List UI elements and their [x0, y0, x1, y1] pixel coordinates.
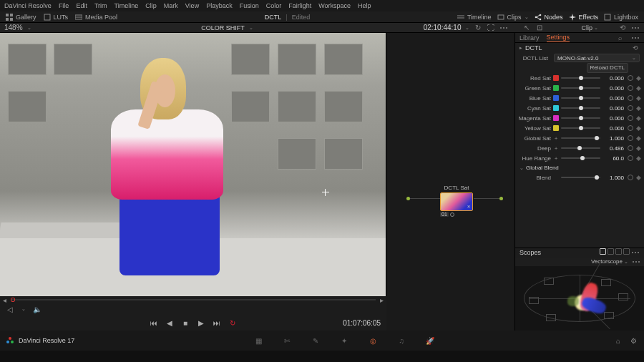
- reload-dctl-button[interactable]: Reload DCTL: [587, 63, 628, 73]
- page-deliver-icon[interactable]: 🚀: [425, 336, 435, 346]
- node-close-icon[interactable]: ×: [466, 204, 472, 210]
- param-slider[interactable]: [561, 174, 600, 181]
- param-value[interactable]: 0.486: [602, 145, 624, 152]
- menu-item[interactable]: Edit: [76, 2, 87, 9]
- param-value[interactable]: 0.000: [602, 115, 624, 122]
- param-value[interactable]: 1.000: [602, 135, 624, 142]
- stop-icon[interactable]: ■: [181, 318, 190, 327]
- scope-layout-1[interactable]: [600, 248, 606, 255]
- menu-item[interactable]: Fairlight: [288, 2, 311, 9]
- master-timecode[interactable]: 02:10:44:10: [424, 24, 462, 31]
- expand-icon[interactable]: ⛶: [487, 24, 495, 32]
- param-value[interactable]: 0.000: [602, 75, 624, 82]
- effect-reset-icon[interactable]: ⟲: [631, 44, 640, 52]
- param-reset-icon[interactable]: [628, 155, 633, 161]
- app-home-button[interactable]: DaVinci Resolve 17: [6, 336, 74, 345]
- menu-item[interactable]: Trim: [94, 2, 107, 9]
- param-slider[interactable]: [561, 134, 600, 142]
- timeline-toggle[interactable]: Timeline: [457, 14, 492, 21]
- prev-clip-icon[interactable]: ⏮: [150, 318, 158, 327]
- inspector-options-icon[interactable]: [631, 34, 640, 42]
- gallery-toggle[interactable]: Gallery: [6, 14, 36, 21]
- menu-item[interactable]: Playback: [206, 2, 233, 9]
- param-slider[interactable]: [561, 114, 600, 122]
- param-reset-icon[interactable]: [628, 95, 633, 101]
- param-value[interactable]: 0.000: [602, 125, 624, 132]
- effects-toggle[interactable]: Effects: [569, 14, 598, 21]
- lightbox-toggle[interactable]: Lightbox: [604, 14, 638, 21]
- param-value[interactable]: 1.000: [602, 175, 624, 181]
- keyframe-icon[interactable]: ◆: [636, 84, 641, 92]
- keyframe-icon[interactable]: ◆: [636, 114, 641, 122]
- pan-tool-icon[interactable]: ⊡: [535, 24, 544, 32]
- loop-icon[interactable]: ↻: [228, 318, 237, 327]
- menu-item[interactable]: Help: [358, 2, 371, 9]
- tab-library[interactable]: Library: [519, 34, 540, 42]
- speaker-icon[interactable]: 🔈: [33, 305, 42, 313]
- viewer-mode[interactable]: COLOR SHIFT: [201, 24, 245, 31]
- param-value[interactable]: 0.000: [602, 105, 624, 112]
- menu-item[interactable]: File: [59, 2, 69, 9]
- tab-settings[interactable]: Settings: [547, 34, 570, 42]
- refresh-icon[interactable]: ↻: [474, 24, 482, 32]
- menu-item[interactable]: Clip: [145, 2, 157, 9]
- viewer-canvas[interactable]: [0, 33, 386, 296]
- param-value[interactable]: 0.000: [602, 85, 624, 92]
- options-icon[interactable]: [499, 24, 508, 32]
- param-reset-icon[interactable]: [628, 145, 633, 151]
- param-slider[interactable]: [561, 84, 600, 92]
- param-reset-icon[interactable]: [628, 125, 633, 131]
- color-node[interactable]: DCTL Sat × 01: [440, 185, 473, 217]
- page-media-icon[interactable]: ▦: [253, 336, 263, 346]
- param-slider[interactable]: [561, 124, 600, 132]
- keyframe-icon[interactable]: ◆: [636, 134, 641, 142]
- scopes-options-icon[interactable]: [631, 248, 640, 257]
- param-value[interactable]: 0.000: [602, 95, 624, 102]
- step-back-icon[interactable]: ◀: [165, 318, 174, 327]
- collapse-icon[interactable]: ▸: [519, 45, 522, 51]
- zoom-level[interactable]: 148%: [4, 24, 23, 31]
- menu-item[interactable]: Timeline: [114, 2, 139, 9]
- vectorscope[interactable]: [515, 266, 644, 331]
- home-icon[interactable]: ⌂: [614, 336, 623, 345]
- keyframe-icon[interactable]: ◆: [636, 74, 641, 82]
- search-icon[interactable]: ⌕: [615, 34, 624, 42]
- menu-item[interactable]: Mark: [164, 2, 178, 9]
- scope-layout-4[interactable]: [623, 248, 630, 255]
- scrub-bar[interactable]: ◂ ▸: [0, 296, 386, 303]
- param-reset-icon[interactable]: [628, 85, 633, 91]
- param-value[interactable]: 60.0: [602, 155, 624, 162]
- keyframe-icon[interactable]: ◆: [636, 104, 641, 112]
- page-color-icon[interactable]: ◎: [368, 336, 378, 346]
- keyframe-icon[interactable]: ◆: [636, 174, 641, 181]
- reset-icon[interactable]: ⟲: [618, 24, 627, 32]
- param-slider[interactable]: [561, 94, 600, 102]
- keyframe-icon[interactable]: ◆: [636, 94, 641, 102]
- luts-toggle[interactable]: LUTs: [44, 14, 69, 21]
- arrow-tool-icon[interactable]: ↖: [522, 24, 531, 32]
- menu-item[interactable]: DaVinci Resolve: [4, 2, 52, 9]
- scope-layout-3[interactable]: [615, 248, 622, 255]
- param-reset-icon[interactable]: [628, 115, 633, 121]
- param-slider[interactable]: [561, 155, 600, 162]
- mediapool-toggle[interactable]: Media Pool: [75, 14, 117, 21]
- scope-layout-2[interactable]: [608, 248, 614, 255]
- menu-item[interactable]: Color: [266, 2, 282, 9]
- page-fusion-icon[interactable]: ✦: [339, 336, 349, 346]
- param-reset-icon[interactable]: [628, 175, 633, 180]
- node-options-icon[interactable]: [631, 24, 640, 32]
- menu-item[interactable]: Fusion: [240, 2, 259, 9]
- page-edit-icon[interactable]: ✎: [311, 336, 321, 346]
- global-blend-header[interactable]: ⌄Global Blend: [515, 163, 644, 172]
- clip-dropdown[interactable]: Clip⌄: [581, 24, 598, 31]
- param-slider[interactable]: [561, 145, 600, 152]
- page-cut-icon[interactable]: ✄: [282, 336, 292, 346]
- param-reset-icon[interactable]: [628, 105, 633, 111]
- param-reset-icon[interactable]: [628, 135, 633, 141]
- menu-item[interactable]: Workspace: [318, 2, 351, 9]
- next-clip-icon[interactable]: ⏭: [213, 318, 221, 327]
- param-slider[interactable]: [561, 104, 600, 112]
- param-slider[interactable]: [561, 74, 600, 82]
- keyframe-icon[interactable]: ◆: [636, 145, 641, 152]
- dctl-list-select[interactable]: MONO-Sat-v2.0⌄: [554, 54, 640, 62]
